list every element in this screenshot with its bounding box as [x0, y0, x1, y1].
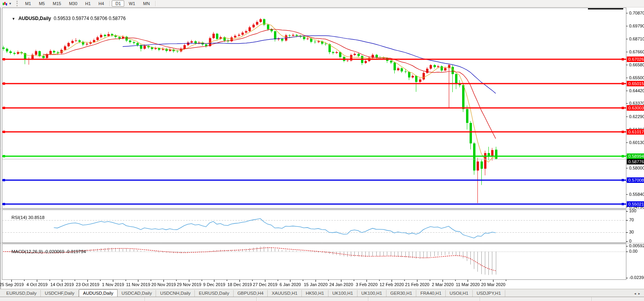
chart-window: ▼AUDUSD,Daily 0.59533 0.59774 0.58706 0.…: [0, 7, 644, 289]
timeframe-button-M1[interactable]: M1: [22, 0, 34, 7]
timeframe-button-H1[interactable]: H1: [82, 0, 94, 7]
trading-platform-window: ▼ M1M5M15M30H1H4D1W1MN ▼AUDUSD,Daily 0.5…: [0, 0, 644, 301]
toolbar-separator: [155, 1, 156, 6]
chart-tab-usdjpy-h1[interactable]: USDJPY,H1: [473, 290, 505, 297]
timeframe-button-W1[interactable]: W1: [125, 0, 139, 7]
chart-tab-eurusd-daily[interactable]: EURUSD,Daily: [2, 290, 41, 297]
status-cell: [480, 297, 592, 301]
chevron-down-icon: ▼: [9, 2, 12, 5]
chart-tab-uk100-h1[interactable]: UK100,H1: [357, 290, 386, 297]
status-cell: [145, 297, 257, 301]
timeframe-button-M15[interactable]: M15: [49, 0, 64, 7]
timeframe-button-M5[interactable]: M5: [35, 0, 48, 7]
price-chart-canvas[interactable]: [0, 7, 644, 289]
chart-tab-bar: EURUSD,DailyUSDCHF,DailyAUDUSD,DailyUSDC…: [0, 289, 644, 297]
chart-tab-usoil-h1[interactable]: USOil,H1: [446, 290, 473, 297]
candlestick-chart-icon: [2, 1, 8, 6]
toolbar-separator: [109, 1, 110, 6]
status-bar: [0, 297, 644, 301]
chart-tab-usdcnh-daily[interactable]: USDCNH,Daily: [156, 290, 195, 297]
tab-scroll-right-icon[interactable]: ▸: [638, 292, 640, 296]
toolbar-grip[interactable]: [16, 1, 18, 6]
chart-tab-hk50-h1[interactable]: HK50,H1: [302, 290, 328, 297]
chart-tab-usdcad-daily[interactable]: USDCAD,Daily: [118, 290, 156, 297]
chart-tab-ger30-h1[interactable]: GER30,H1: [386, 290, 417, 297]
chart-tab-eurusd-daily[interactable]: EURUSD,Daily: [195, 290, 233, 297]
chart-tab-audusd-daily[interactable]: AUDUSD,Daily: [79, 289, 118, 297]
status-cell: [257, 297, 368, 301]
timeframe-toolbar: ▼ M1M5M15M30H1H4D1W1MN: [0, 0, 644, 7]
chart-tab-usdchf-daily[interactable]: USDCHF,Daily: [41, 290, 78, 297]
chart-type-button[interactable]: ▼: [0, 0, 14, 7]
chart-tab-xauusd-h1[interactable]: XAUUSD,H1: [268, 290, 302, 297]
chart-tab-uk100-h1[interactable]: UK100,H1: [328, 290, 357, 297]
chart-tab-gbpusd-h4[interactable]: GBPUSD,H4: [234, 290, 268, 297]
status-cell: [368, 297, 480, 301]
timeframe-button-D1[interactable]: D1: [112, 0, 124, 7]
tab-scroll-left-icon[interactable]: ◂: [634, 292, 636, 296]
timeframe-button-MN[interactable]: MN: [140, 0, 153, 7]
chart-tab-fra40-h1[interactable]: FRA40,H1: [416, 290, 446, 297]
timeframe-button-M30[interactable]: M30: [65, 0, 81, 7]
status-cell: [0, 297, 145, 301]
timeframe-button-H4[interactable]: H4: [95, 0, 107, 7]
